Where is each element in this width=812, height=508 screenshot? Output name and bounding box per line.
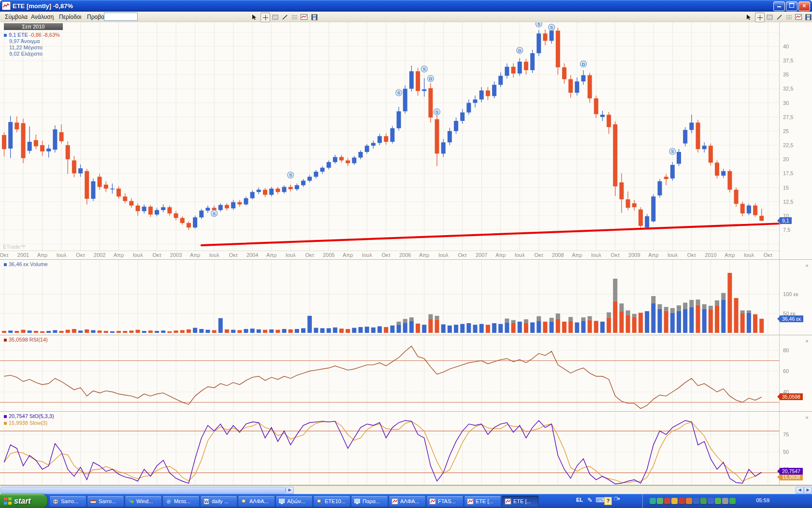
svg-text:Οκτ: Οκτ	[535, 252, 544, 258]
taskbar-task-13[interactable]: ETE [...	[502, 495, 539, 507]
volume-bullet-icon	[4, 263, 7, 266]
region-select-tool-icon[interactable]	[271, 13, 279, 21]
svg-text:Οκτ: Οκτ	[305, 252, 314, 258]
svg-text:25: 25	[783, 128, 789, 134]
titlebar[interactable]: ETE [montly] -0,87% ×	[0, 0, 812, 12]
teal-utility-icon[interactable]	[650, 498, 656, 504]
taskbar-task-3[interactable]: Wind...	[125, 495, 162, 507]
window-title: ETE [montly] -0,87%	[13, 2, 73, 10]
taskbar-task-6[interactable]: ΑΛΦΑ...	[238, 495, 275, 507]
svg-text:Απρ: Απρ	[114, 252, 124, 258]
ball-icon[interactable]	[708, 498, 714, 504]
task-label: FTAS...	[438, 498, 455, 504]
rsi-pane-close-icon[interactable]: ×	[804, 338, 810, 344]
svg-text:Οκτ: Οκτ	[152, 252, 161, 258]
quote-line: 9,1 ETE -0,86 -8,63%	[4, 32, 63, 38]
taskbar-task-11[interactable]: FTAS...	[426, 495, 464, 507]
grid-tool-icon[interactable]	[784, 13, 793, 21]
svg-text:60: 60	[783, 368, 789, 374]
svg-text:2004: 2004	[246, 252, 258, 258]
messenger-agent-icon[interactable]	[657, 498, 663, 504]
taskbar-task-8[interactable]: ΕΤΕ10...	[313, 495, 350, 507]
pointer-tool-icon[interactable]	[250, 13, 259, 21]
keyboard-icon[interactable]: ⌨	[595, 496, 605, 504]
taskbar-clock: 05:59	[756, 497, 769, 503]
language-indicator[interactable]: EL	[576, 497, 583, 503]
help-icon[interactable]: ?	[604, 497, 612, 505]
svg-text:S: S	[289, 173, 292, 178]
grid-tool-icon[interactable]	[290, 13, 299, 21]
green-note-icon[interactable]	[715, 498, 721, 504]
blue-doc-icon[interactable]	[693, 498, 699, 504]
save-tool-icon[interactable]	[804, 13, 812, 21]
chart-type-tool-icon[interactable]	[300, 13, 308, 21]
security-shield-icon[interactable]	[671, 498, 678, 504]
scroll-step-right-button[interactable]: ▶	[286, 487, 294, 494]
taskbar-task-9[interactable]: Παρα...	[351, 495, 388, 507]
menu-analysis[interactable]: Ανάλυση	[29, 13, 56, 21]
close-button[interactable]: ×	[798, 1, 810, 11]
save-tool-icon[interactable]	[310, 13, 319, 21]
minimize-button[interactable]	[773, 1, 785, 11]
task-label: ETE [...	[513, 498, 531, 504]
gray-device-icon[interactable]	[722, 498, 728, 504]
trendline-tool-icon[interactable]	[775, 13, 783, 21]
crosshair-tool-icon[interactable]	[261, 13, 270, 22]
taskbar-task-4[interactable]: eΜετα...	[162, 495, 200, 507]
taskbar-task-2[interactable]: Sarro...	[87, 495, 124, 507]
chart-icon	[505, 498, 511, 505]
scroll-right-button[interactable]: ▶	[804, 487, 812, 494]
task-label: Μετα...	[174, 498, 190, 504]
search-icon	[316, 498, 323, 505]
svg-text:S: S	[435, 110, 438, 115]
trendline-tool-icon[interactable]	[280, 13, 289, 21]
orange-doc-icon[interactable]	[686, 498, 692, 504]
horizontal-scrollbar[interactable]: ▶ ◀ ▶	[0, 485, 812, 494]
red-app-icon[interactable]	[664, 498, 670, 504]
taskbar-task-5[interactable]: Wdaily ...	[200, 495, 237, 507]
svg-text:Απρ: Απρ	[419, 252, 429, 258]
stochastic-pane-close-icon[interactable]: ×	[804, 415, 810, 421]
toolbar-options-icon[interactable]: ❐▾	[614, 496, 620, 501]
svg-text:Οκτ: Οκτ	[0, 252, 9, 258]
scrollbar-thumb[interactable]	[0, 487, 286, 494]
restore-button[interactable]	[786, 1, 798, 11]
scroll-left-button[interactable]: ◀	[796, 487, 804, 494]
start-button[interactable]: start	[0, 494, 47, 508]
windows-logo-icon	[4, 497, 12, 505]
task-label: daily ...	[212, 498, 229, 504]
x-axis-labels: Οκτ2001ΑπρΙουλΟκτ2002ΑπρΙουλΟκτ2003ΑπρΙο…	[0, 252, 773, 258]
stochastic-d-header: 15,9938 Slow(3)	[4, 420, 47, 426]
menu-periods[interactable]: Περίοδοι	[57, 13, 83, 21]
svg-text:Οκτ: Οκτ	[229, 252, 238, 258]
crosshair-tool-icon[interactable]	[755, 13, 765, 22]
menu-symbols[interactable]: Σύμβολα	[3, 13, 29, 21]
open-line: 9,97 Άνοιγμα	[4, 38, 63, 45]
svg-text:Απρ: Απρ	[648, 252, 658, 258]
taskbar-task-1[interactable]: Sarro...	[49, 495, 87, 507]
menubar: Σύμβολα Ανάλυση Περίοδοι Προβολή	[0, 12, 812, 23]
chart-icon	[467, 498, 474, 505]
stoch-k-bullet-icon	[4, 415, 7, 418]
red-badge-icon[interactable]	[679, 498, 685, 504]
pen-input-icon[interactable]: ✎	[587, 496, 593, 504]
region-select-tool-icon[interactable]	[765, 13, 774, 21]
svg-text:D: D	[518, 48, 522, 53]
taskbar-task-12[interactable]: ETE [...	[464, 495, 501, 507]
pointer-tool-icon[interactable]	[744, 13, 753, 21]
taskbar-task-10[interactable]: ΑΛΦΑ...	[389, 495, 426, 507]
volume-pane-close-icon[interactable]: ×	[804, 263, 810, 269]
green-circle-icon[interactable]	[729, 498, 736, 504]
stoch-d-value-tag: 15,9938	[780, 474, 803, 480]
price-chart-svg[interactable]: SSSSDSDSSDS4037,53532,53027,52522,52017,…	[0, 22, 812, 485]
platform-watermark: ETrade™	[3, 244, 26, 250]
ohlc-info-panel: Σεπ 2010 9,1 ETE -0,86 -8,63% 9,97 Άνοιγ…	[4, 23, 63, 57]
svg-text:20: 20	[783, 156, 789, 162]
messenger-icon	[128, 498, 134, 505]
chart-type-tool-icon[interactable]	[794, 13, 803, 21]
svg-text:Οκτ: Οκτ	[687, 252, 696, 258]
green-eye-icon[interactable]	[700, 498, 707, 504]
svg-text:S: S	[423, 67, 426, 72]
symbol-input[interactable]	[104, 13, 138, 21]
taskbar-task-7[interactable]: Αξιών...	[276, 495, 313, 507]
